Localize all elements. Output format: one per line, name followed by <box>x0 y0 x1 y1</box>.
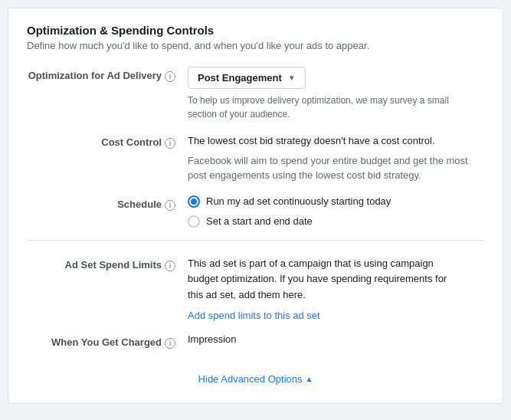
when-charged-label: When You Get Charged i <box>27 333 188 349</box>
schedule-info-icon[interactable]: i <box>165 200 175 211</box>
cost-control-content: The lowest cost bid strategy doesn't hav… <box>188 133 484 183</box>
cost-control-label: Cost Control i <box>27 133 188 149</box>
section-subtitle: Define how much you'd like to spend, and… <box>27 40 484 51</box>
spend-limits-description: This ad set is part of a campaign that i… <box>188 256 464 304</box>
section-title: Optimization & Spending Controls <box>27 24 484 37</box>
schedule-radio-group: Run my ad set continuously starting toda… <box>188 195 484 228</box>
spend-limits-row: Ad Set Spend Limits i This ad set is par… <box>27 256 484 321</box>
schedule-option-dates[interactable]: Set a start and end date <box>188 215 484 228</box>
section-divider <box>27 240 484 241</box>
spend-limits-content: This ad set is part of a campaign that i… <box>188 256 484 321</box>
chevron-up-icon: ▲ <box>305 375 313 383</box>
optimization-label: Optimization for Ad Delivery i <box>27 67 188 82</box>
optimization-help-text: To help us improve delivery optimization… <box>188 94 464 121</box>
cost-control-info-icon[interactable]: i <box>165 138 175 149</box>
schedule-radio-dates[interactable] <box>188 215 200 228</box>
when-charged-content: Impression <box>188 333 484 345</box>
hide-options-row: Hide Advanced Options ▲ <box>27 364 484 385</box>
cost-control-primary-text: The lowest cost bid strategy doesn't hav… <box>188 133 484 149</box>
schedule-radio-continuous[interactable] <box>188 195 200 208</box>
schedule-row: Schedule i Run my ad set continuously st… <box>27 195 484 228</box>
optimization-row: Optimization for Ad Delivery i Post Enga… <box>27 67 484 121</box>
optimization-info-icon[interactable]: i <box>165 71 175 82</box>
optimization-spending-controls-card: Optimization & Spending Controls Define … <box>8 8 503 404</box>
cost-control-row: Cost Control i The lowest cost bid strat… <box>27 133 484 183</box>
post-engagement-dropdown[interactable]: Post Engagement ▼ <box>188 67 306 89</box>
charged-value: Impression <box>188 333 484 345</box>
cost-control-secondary-text: Facebook will aim to spend your entire b… <box>188 153 479 183</box>
spend-limits-label: Ad Set Spend Limits i <box>27 256 188 271</box>
add-spend-limits-link[interactable]: Add spend limits to this ad set <box>188 310 320 321</box>
hide-advanced-options-link[interactable]: Hide Advanced Options ▲ <box>198 373 313 385</box>
when-charged-row: When You Get Charged i Impression <box>27 333 484 349</box>
schedule-option-continuous[interactable]: Run my ad set continuously starting toda… <box>188 195 484 208</box>
schedule-label: Schedule i <box>27 195 188 211</box>
dropdown-arrow-icon: ▼ <box>288 74 296 82</box>
schedule-content: Run my ad set continuously starting toda… <box>188 195 484 228</box>
spend-limits-info-icon[interactable]: i <box>165 261 175 271</box>
optimization-content: Post Engagement ▼ To help us improve del… <box>188 67 484 121</box>
when-charged-info-icon[interactable]: i <box>165 338 175 349</box>
